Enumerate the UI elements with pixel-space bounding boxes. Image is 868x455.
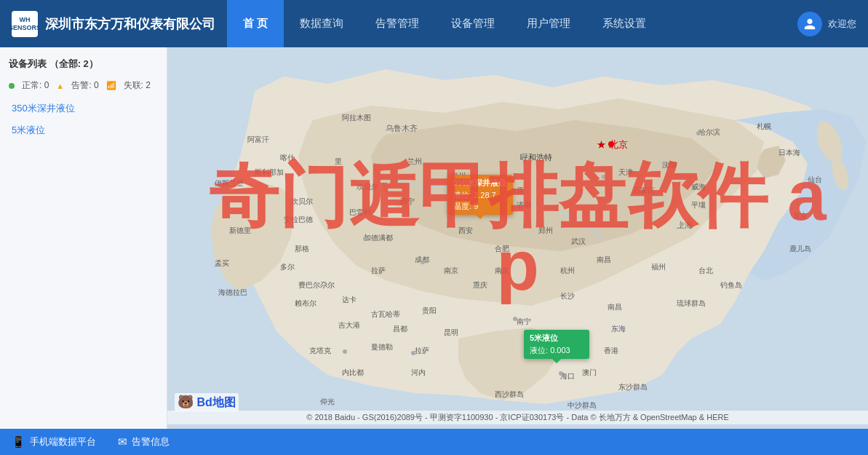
map-background: 乌鲁木齐 呼和浩特 ★ 北京 沈阳 哈尔滨 札幌 日本海 仙台 东京 鹿儿岛 天… bbox=[167, 47, 868, 429]
footer-mobile-label: 手机端数据平台 bbox=[30, 435, 96, 448]
device-item-2[interactable]: 5米液位 bbox=[0, 119, 167, 141]
nav-item-data[interactable]: 数据查询 bbox=[284, 0, 359, 47]
svg-text:坎贝尔: 坎贝尔 bbox=[290, 197, 313, 205]
svg-text:仰光: 仰光 bbox=[320, 397, 335, 405]
nav-item-user[interactable]: 用户管理 bbox=[511, 0, 586, 47]
svg-text:拉萨: 拉萨 bbox=[371, 266, 386, 274]
normal-dot bbox=[9, 83, 15, 89]
svg-text:长沙: 长沙 bbox=[560, 292, 575, 300]
device-popup-1[interactable]: 350米深井液位 液位: 2.28.7 温度: 9 bbox=[447, 175, 513, 215]
lost-count: 失联: 2 bbox=[124, 79, 151, 92]
user-icon-button[interactable] bbox=[797, 12, 822, 36]
svg-text:海德拉巴: 海德拉巴 bbox=[218, 288, 247, 296]
svg-text:琉球群岛: 琉球群岛 bbox=[677, 299, 706, 307]
svg-text:日本海: 日本海 bbox=[779, 149, 800, 157]
svg-text:阿拉木图: 阿拉木图 bbox=[342, 114, 371, 122]
svg-text:昌都: 昌都 bbox=[393, 325, 407, 333]
svg-point-80 bbox=[522, 153, 526, 157]
svg-text:坎贝尔: 坎贝尔 bbox=[356, 183, 378, 191]
svg-text:兰州: 兰州 bbox=[407, 157, 422, 165]
svg-point-84 bbox=[602, 175, 606, 179]
svg-text:内比都: 内比都 bbox=[342, 368, 364, 376]
svg-text:孟买: 孟买 bbox=[215, 259, 229, 267]
nav-item-home[interactable]: 首 页 bbox=[227, 0, 284, 47]
nav-item-settings[interactable]: 系统设置 bbox=[586, 0, 662, 47]
svg-text:西宁: 西宁 bbox=[400, 197, 415, 205]
svg-text:里: 里 bbox=[335, 157, 342, 165]
svg-text:札幌: 札幌 bbox=[757, 122, 771, 130]
svg-text:安拉巴德: 安拉巴德 bbox=[284, 215, 313, 223]
mobile-icon: 📱 bbox=[12, 435, 25, 448]
sidebar-status: 正常: 0 ▲ 告警: 0 📶 失联: 2 bbox=[0, 76, 167, 98]
svg-text:哈尔滨: 哈尔滨 bbox=[698, 128, 720, 136]
svg-text:杭州: 杭州 bbox=[560, 266, 575, 274]
sidebar-title-text: 设备列表 bbox=[9, 58, 47, 69]
svg-text:西安: 西安 bbox=[458, 226, 473, 234]
svg-text:天津: 天津 bbox=[618, 168, 633, 176]
logo-area: WH SENSORS 深圳市东方万和仪表有限公司 bbox=[0, 11, 227, 37]
popup-1-value-label: 液位: bbox=[453, 191, 471, 199]
svg-point-82 bbox=[696, 131, 701, 135]
sidebar: 设备列表 （全部: 2） 正常: 0 ▲ 告警: 0 📶 失联: 2 350米深… bbox=[0, 47, 167, 429]
svg-text:喀什: 喀什 bbox=[280, 154, 295, 162]
baidu-bear-icon: 🐻 bbox=[178, 395, 194, 409]
svg-text:古瓦哈蒂: 古瓦哈蒂 bbox=[371, 310, 400, 318]
svg-text:仙台: 仙台 bbox=[808, 175, 822, 183]
popup-1-sub-value: 9 bbox=[474, 202, 478, 210]
device-popup-2[interactable]: 5米液位 液位: 0.003 bbox=[524, 330, 589, 359]
svg-text:东京: 东京 bbox=[793, 212, 808, 220]
sidebar-title: 设备列表 （全部: 2） bbox=[0, 55, 167, 76]
attribution-text: © 2018 Baidu - GS(2016)2089号 - 甲测资字11009… bbox=[306, 413, 729, 422]
svg-text:加德满都: 加德满都 bbox=[364, 234, 393, 242]
baidu-text: Bd地图 bbox=[196, 396, 235, 408]
svg-text:乌鲁木齐: 乌鲁木齐 bbox=[386, 124, 418, 132]
svg-text:济南: 济南 bbox=[517, 201, 531, 209]
nav-item-alarm[interactable]: 告警管理 bbox=[359, 0, 435, 47]
popup-1-sub: 温度: 9 bbox=[453, 201, 507, 212]
svg-text:石家庄: 石家庄 bbox=[633, 186, 655, 194]
svg-text:平壤: 平壤 bbox=[691, 201, 706, 209]
svg-text:上海: 上海 bbox=[677, 221, 693, 229]
svg-text:拉萨: 拉萨 bbox=[415, 347, 429, 355]
popup-1-sub-label: 温度: bbox=[453, 202, 471, 210]
svg-text:赖布尔: 赖布尔 bbox=[295, 299, 316, 307]
svg-text:昆明: 昆明 bbox=[444, 328, 458, 336]
map-attribution: © 2018 Baidu - GS(2016)2089号 - 甲测资字11009… bbox=[167, 411, 868, 424]
header: WH SENSORS 深圳市东方万和仪表有限公司 首 页 数据查询 告警管理 设… bbox=[0, 0, 868, 47]
warn-icon: ▲ bbox=[56, 82, 64, 90]
popup-1-value-num: 2.28.7 bbox=[474, 191, 496, 199]
lost-icon: 📶 bbox=[106, 81, 116, 90]
logo-icon: WH SENSORS bbox=[12, 11, 38, 37]
svg-point-83 bbox=[680, 222, 684, 226]
normal-count: 正常: 0 bbox=[22, 79, 49, 92]
svg-point-85 bbox=[421, 260, 425, 264]
main-nav: 首 页 数据查询 告警管理 设备管理 用户管理 系统设置 bbox=[227, 0, 786, 47]
nav-item-device[interactable]: 设备管理 bbox=[435, 0, 511, 47]
footer-item-alarm[interactable]: ✉ 告警信息 bbox=[118, 435, 170, 448]
footer: 📱 手机端数据平台 ✉ 告警信息 bbox=[0, 429, 868, 455]
svg-text:巴雷利: 巴雷利 bbox=[349, 208, 371, 216]
svg-text:台北: 台北 bbox=[698, 266, 713, 274]
svg-text:武汉: 武汉 bbox=[571, 237, 586, 245]
svg-text:鹿儿岛: 鹿儿岛 bbox=[789, 245, 811, 253]
svg-text:斯利那加: 斯利那加 bbox=[255, 168, 284, 176]
svg-point-90 bbox=[363, 237, 367, 241]
svg-text:东海: 东海 bbox=[611, 325, 626, 333]
svg-point-91 bbox=[411, 351, 415, 355]
svg-text:东沙群岛: 东沙群岛 bbox=[618, 383, 648, 391]
map-container[interactable]: 乌鲁木齐 呼和浩特 ★ 北京 沈阳 哈尔滨 札幌 日本海 仙台 东京 鹿儿岛 天… bbox=[167, 47, 868, 429]
user-area: 欢迎您 bbox=[786, 12, 868, 36]
svg-text:钓鱼岛: 钓鱼岛 bbox=[720, 281, 742, 289]
svg-text:福州: 福州 bbox=[651, 263, 666, 271]
footer-item-mobile[interactable]: 📱 手机端数据平台 bbox=[12, 435, 96, 448]
svg-point-92 bbox=[343, 349, 347, 354]
svg-text:达卡: 达卡 bbox=[342, 296, 357, 304]
svg-text:伊斯兰堡: 伊斯兰堡 bbox=[215, 179, 244, 187]
popup-1-value: 液位: 2.28.7 bbox=[453, 190, 507, 201]
svg-text:新德里: 新德里 bbox=[229, 226, 251, 234]
popup-2-value: 液位: 0.003 bbox=[530, 345, 584, 356]
sidebar-total: 全部: 2 bbox=[59, 58, 89, 69]
device-item-1[interactable]: 350米深井液位 bbox=[0, 98, 167, 119]
svg-text:南昌: 南昌 bbox=[608, 303, 622, 311]
svg-point-87 bbox=[513, 317, 517, 321]
